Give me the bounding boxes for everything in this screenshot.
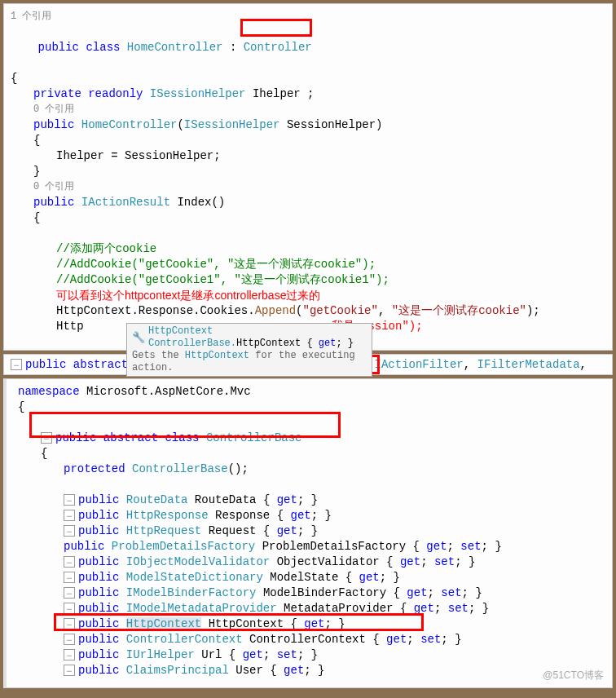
wrench-icon: 🔧 (132, 332, 145, 344)
controllerbase-decl: …public abstract class ControllerBase (18, 431, 605, 446)
brace: { (11, 71, 605, 86)
expand-icon[interactable]: … (64, 494, 75, 506)
prop-pdf: public ProblemDetailsFactory ProblemDeta… (18, 539, 605, 554)
red-annotation: 可以看到这个httpcontext是继承controllerbase过来的 (11, 288, 605, 303)
prop-modelstate: …public ModelStateDictionary ModelState … (18, 570, 605, 585)
comment-add: //添加两个cookie (56, 242, 156, 255)
prop-user: …public ClaimsPrincipal User { get; } (18, 663, 605, 678)
ctor-decl: public HomeController(ISessionHelper Ses… (11, 117, 605, 133)
prop-httpcontext: …public HttpContext HttpContext { get; } (18, 616, 605, 632)
expand-icon[interactable]: … (41, 432, 52, 444)
code-append: HttpContext.Response.Cookies.Append("get… (11, 303, 605, 319)
prop-metadata: …public IModelMetadataProvider MetadataP… (18, 601, 605, 616)
class-decl: public class HomeController : Controller (11, 24, 605, 71)
ctor2: protected ControllerBase(); (18, 462, 605, 477)
prop-url: …public IUrlHelper Url { get; set; } (18, 647, 605, 663)
prop-controllercontext: …public ControllerContext ControllerCont… (18, 632, 605, 647)
field-decl: private readonly ISessionHelper Ihelper … (11, 86, 605, 102)
expand-icon[interactable]: … (11, 359, 22, 370)
method-decl: public IActionResult Index() (11, 195, 605, 210)
ref-count-zero: 0 个引用 (11, 102, 605, 117)
intellisense-tooltip: 🔧 HttpContext ControllerBase.HttpContext… (126, 323, 372, 377)
namespace-line: namespace Microsoft.AspNetCore.Mvc (18, 384, 605, 400)
prop-response: …public HttpResponse Response { get; } (18, 508, 605, 524)
prop-modelbinder: …public IModelBinderFactory ModelBinderF… (18, 585, 605, 601)
ctor-body: Ihelper = SessionHelper; (11, 148, 605, 164)
code-pane-1: 1 个引用 public class HomeController : Cont… (3, 3, 613, 351)
kw-public: public (38, 41, 79, 54)
comment-ac1: //AddCookie("getCookie", "这是一个测试存cookie"… (56, 258, 376, 271)
code-pane-3: namespace Microsoft.AspNetCore.Mvc { …pu… (3, 378, 613, 688)
prop-request: …public HttpRequest Request { get; } (18, 524, 605, 539)
prop-objval: …public IObjectModelValidator ObjectVali… (18, 554, 605, 570)
prop-routedata: …public RouteData RouteData { get; } (18, 493, 605, 508)
kw-class: class (86, 41, 120, 54)
type-controller: Controller (244, 41, 312, 54)
watermark: @51CTO博客 (543, 669, 604, 683)
type-homecontroller: HomeController (127, 41, 223, 54)
ref-count: 1 个引用 (11, 9, 605, 24)
comment-ac2: //AddCookie("getCookie1", "这是一个测试存cookie… (56, 273, 389, 286)
